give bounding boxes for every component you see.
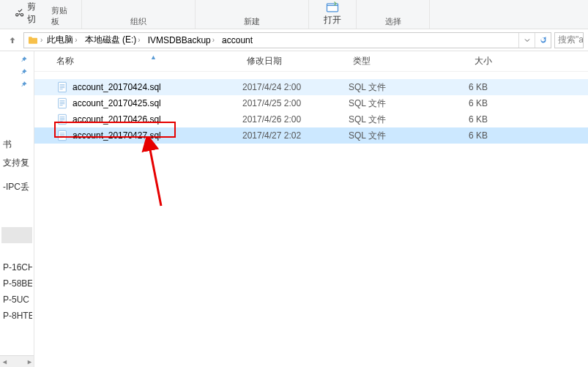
open-icon bbox=[324, 0, 340, 15]
breadcrumb-item[interactable]: account bbox=[219, 35, 256, 45]
nav-scrollbar-thumb[interactable] bbox=[1, 227, 32, 243]
search-input[interactable]: 搜索"a bbox=[554, 32, 584, 48]
chevron-right-icon: › bbox=[40, 36, 42, 44]
file-size: 6 KB bbox=[436, 82, 495, 92]
navigation-pane[interactable]: 书 支持复 -IPC丢 P-16CH P-58BE P-5UC P-8HTE ◄… bbox=[0, 51, 34, 367]
ribbon-group-new: 新建 bbox=[196, 0, 309, 29]
svg-rect-16 bbox=[59, 130, 67, 140]
file-row[interactable]: account_20170427.sql2017/4/27 2:02SQL 文件… bbox=[34, 127, 588, 144]
pin-icon[interactable] bbox=[15, 79, 32, 92]
ribbon-open-button[interactable]: 打开 bbox=[309, 0, 357, 29]
ribbon-group-label: 新建 bbox=[244, 16, 260, 27]
main-area: 书 支持复 -IPC丢 P-16CH P-58BE P-5UC P-8HTE ◄… bbox=[0, 51, 588, 367]
file-type: SQL 文件 bbox=[349, 114, 436, 126]
folder-icon bbox=[27, 34, 39, 46]
nav-item[interactable]: 支持复 bbox=[1, 154, 32, 172]
refresh-button[interactable] bbox=[535, 33, 551, 48]
nav-item[interactable]: P-16CH bbox=[1, 259, 32, 275]
file-size: 6 KB bbox=[436, 130, 495, 141]
breadcrumb-item[interactable]: 此电脑› bbox=[44, 34, 80, 46]
arrow-up-icon bbox=[7, 35, 18, 45]
pin-icon[interactable] bbox=[15, 67, 32, 79]
ribbon: 剪切 剪贴板 组织 新建 打开 选择 bbox=[0, 0, 588, 29]
sql-file-icon bbox=[56, 114, 68, 125]
file-list-area: ▲ 名称 修改日期 类型 大小 account_20170424.sql2017… bbox=[34, 51, 588, 367]
address-bar: › 此电脑› 本地磁盘 (E:)› IVMSDBBackup› account … bbox=[0, 29, 588, 51]
file-date: 2017/4/26 2:00 bbox=[242, 114, 349, 125]
up-button[interactable] bbox=[4, 32, 21, 48]
refresh-icon bbox=[539, 36, 548, 45]
nav-horizontal-scrollbar[interactable]: ◄ ► bbox=[0, 355, 34, 367]
file-date: 2017/4/25 2:00 bbox=[242, 98, 349, 108]
column-date[interactable]: 修改日期 bbox=[247, 55, 353, 67]
column-size[interactable]: 大小 bbox=[441, 55, 499, 67]
pin-icon[interactable] bbox=[15, 54, 32, 67]
file-size: 6 KB bbox=[436, 98, 495, 108]
file-type: SQL 文件 bbox=[349, 130, 436, 142]
nav-item[interactable]: -IPC丢 bbox=[1, 178, 32, 196]
file-size: 6 KB bbox=[436, 114, 495, 125]
file-name: account_20170424.sql bbox=[72, 82, 161, 92]
cut-menu-item[interactable]: 剪切 bbox=[7, 1, 44, 26]
ribbon-group-label: 组织 bbox=[130, 16, 146, 27]
nav-item[interactable]: P-5UC bbox=[1, 292, 32, 308]
file-date: 2017/4/27 2:02 bbox=[242, 130, 349, 141]
ribbon-group-label: 剪贴板 bbox=[51, 5, 74, 27]
file-name: account_20170426.sql bbox=[72, 114, 161, 125]
sql-file-icon bbox=[56, 81, 68, 93]
cut-label: 剪切 bbox=[27, 1, 44, 26]
svg-rect-0 bbox=[327, 4, 338, 12]
chevron-down-icon bbox=[523, 36, 532, 45]
ribbon-open-label: 打开 bbox=[324, 14, 341, 26]
sql-file-icon bbox=[56, 130, 68, 141]
nav-item[interactable]: P-58BE bbox=[1, 275, 32, 292]
ribbon-group-clipboard: 剪贴板 bbox=[44, 0, 82, 29]
file-type: SQL 文件 bbox=[349, 81, 436, 94]
file-name: account_20170427.sql bbox=[72, 130, 161, 141]
file-row[interactable]: account_20170425.sql2017/4/25 2:00SQL 文件… bbox=[34, 95, 588, 111]
nav-item[interactable]: P-8HTE bbox=[1, 308, 32, 324]
file-type: SQL 文件 bbox=[349, 97, 436, 110]
file-row[interactable]: account_20170426.sql2017/4/26 2:00SQL 文件… bbox=[34, 111, 588, 127]
file-row[interactable]: account_20170424.sql2017/4/24 2:00SQL 文件… bbox=[34, 79, 588, 95]
file-list: account_20170424.sql2017/4/24 2:00SQL 文件… bbox=[34, 79, 588, 144]
scroll-right-icon[interactable]: ► bbox=[26, 358, 33, 366]
column-type[interactable]: 类型 bbox=[353, 55, 441, 67]
search-placeholder: 搜索"a bbox=[558, 34, 584, 46]
file-date: 2017/4/24 2:00 bbox=[242, 82, 349, 92]
ribbon-group-label: 选择 bbox=[385, 16, 401, 27]
sort-indicator-icon: ▲ bbox=[150, 53, 157, 61]
scissors-icon bbox=[15, 8, 24, 18]
scroll-left-icon[interactable]: ◄ bbox=[1, 358, 8, 366]
file-name: account_20170425.sql bbox=[72, 98, 161, 108]
column-headers[interactable]: 名称 修改日期 类型 大小 bbox=[34, 51, 588, 72]
svg-rect-6 bbox=[59, 98, 67, 108]
breadcrumb[interactable]: › 此电脑› 本地磁盘 (E:)› IVMSDBBackup› account bbox=[23, 32, 551, 48]
ribbon-group-organize: 组织 bbox=[82, 0, 196, 29]
svg-rect-11 bbox=[59, 114, 67, 124]
ribbon-group-select: 选择 bbox=[357, 0, 430, 29]
breadcrumb-item[interactable]: IVMSDBBackup› bbox=[145, 35, 217, 45]
nav-item[interactable]: 书 bbox=[1, 136, 32, 154]
svg-rect-1 bbox=[59, 82, 67, 92]
sql-file-icon bbox=[56, 97, 68, 109]
breadcrumb-dropdown[interactable] bbox=[518, 33, 535, 48]
breadcrumb-item[interactable]: 本地磁盘 (E:)› bbox=[82, 34, 144, 46]
